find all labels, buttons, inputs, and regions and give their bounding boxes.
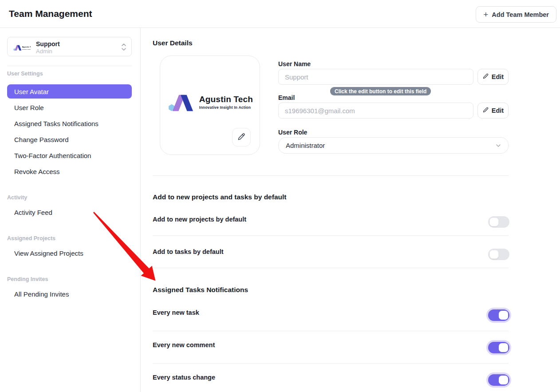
toggle-knob: [499, 343, 508, 352]
svg-text:Agustin Tech: Agustin Tech: [22, 46, 31, 48]
sidebar-item-label: User Avatar: [14, 88, 49, 95]
pencil-icon: [482, 107, 489, 115]
sidebar-item-two-factor-authentication[interactable]: Two-Factor Authentication: [7, 148, 132, 162]
row-divider: [153, 363, 509, 364]
email-input[interactable]: [278, 103, 473, 119]
page-title: Team Management: [9, 8, 92, 19]
sidebar-item-label: Revoke Access: [14, 168, 60, 175]
section-label-user-settings: User Settings: [7, 71, 43, 77]
toggle-knob: [489, 250, 499, 259]
toggle-knob: [499, 376, 508, 384]
sidebar-item-label: Two-Factor Authentication: [14, 152, 91, 159]
company-logo-tagline: Innovative Insight In Action: [199, 105, 253, 110]
sidebar-item-label: View Assigned Projects: [14, 249, 83, 257]
edit-button-label: Edit: [492, 73, 504, 80]
user-name-label: User Name: [278, 60, 311, 67]
toggle-knob: [499, 311, 508, 320]
chevron-updown-icon: [121, 43, 127, 53]
sidebar-item-revoke-access[interactable]: Revoke Access: [7, 164, 132, 178]
section-divider: [153, 175, 509, 176]
add-team-member-button[interactable]: + Add Team Member: [476, 6, 556, 23]
toggle-row-label: Every new comment: [153, 341, 215, 348]
section-divider: [153, 268, 509, 268]
switcher-user-name: Support: [36, 40, 60, 48]
sidebar-item-user-role[interactable]: User Role: [7, 100, 132, 115]
page-header: Team Management + Add Team Member: [0, 0, 560, 28]
main-content: User Details Agustin Tech Innovative Ins…: [141, 28, 560, 392]
sidebar-item-assigned-tasks-notifications[interactable]: Assigned Tasks Notifications: [7, 116, 132, 131]
section-label-pending-invites: Pending Invites: [7, 276, 48, 282]
switcher-user-role: Admin: [36, 48, 52, 55]
section-label-activity: Activity: [7, 194, 27, 201]
user-switcher[interactable]: Agustin Tech Innovative Insight In Actio…: [7, 37, 132, 56]
toggle-row-label: Every new task: [153, 309, 199, 316]
sidebar-item-label: All Pending Invites: [14, 290, 69, 298]
sidebar-item-label: Activity Feed: [14, 209, 52, 216]
plus-icon: +: [483, 10, 488, 19]
section-label-assigned-projects: Assigned Projects: [7, 235, 55, 242]
avatar-edit-button[interactable]: [232, 128, 251, 147]
toggle-row-label: Add to tasks by default: [153, 248, 224, 255]
every-new-task-toggle[interactable]: [488, 309, 509, 321]
add-team-member-label: Add Team Member: [492, 11, 549, 18]
edit-button-label: Edit: [492, 107, 504, 114]
user-name-edit-button[interactable]: Edit: [477, 69, 509, 85]
company-logo-name: Agustin Tech: [199, 95, 253, 104]
pencil-icon: [237, 132, 246, 143]
edit-field-tooltip: Click the edit button to edit this field: [330, 87, 431, 95]
sidebar-item-view-assigned-projects[interactable]: View Assigned Projects: [7, 246, 132, 260]
user-role-label: User Role: [278, 129, 307, 136]
sidebar-item-user-avatar[interactable]: User Avatar: [7, 84, 132, 99]
sidebar-item-label: User Role: [14, 104, 44, 111]
user-details-heading: User Details: [153, 39, 193, 47]
notifications-section-heading: Assigned Tasks Notifications: [153, 286, 248, 294]
team-management-page: Team Management + Add Team Member Agusti…: [0, 0, 560, 392]
user-role-select[interactable]: Administrator: [278, 137, 509, 154]
sidebar-item-label: Change Password: [14, 136, 69, 143]
company-logo-mark-icon: [168, 91, 195, 114]
user-name-input[interactable]: [278, 69, 473, 85]
pencil-icon: [482, 73, 489, 81]
sidebar-item-change-password[interactable]: Change Password: [7, 132, 132, 147]
defaults-section-heading: Add to new projects and tasks by default: [153, 193, 286, 201]
add-to-new-projects-toggle[interactable]: [488, 216, 509, 228]
sidebar-item-label: Assigned Tasks Notifications: [14, 120, 99, 127]
toggle-row-label: Every status change: [153, 374, 215, 381]
row-divider: [153, 331, 509, 331]
toggle-knob: [489, 218, 499, 226]
email-edit-button[interactable]: Edit: [477, 103, 509, 119]
every-new-comment-toggle[interactable]: [488, 342, 509, 353]
svg-text:Innovative Insight In Action: Innovative Insight In Action: [22, 49, 31, 50]
company-logo-icon: Agustin Tech Innovative Insight In Actio…: [13, 43, 31, 53]
every-status-change-toggle[interactable]: [488, 374, 509, 386]
sidebar-divider: [7, 66, 132, 66]
chevron-down-icon: [495, 142, 502, 150]
settings-sidebar: Agustin Tech Innovative Insight In Actio…: [0, 28, 141, 392]
user-role-value: Administrator: [286, 142, 325, 149]
sidebar-item-all-pending-invites[interactable]: All Pending Invites: [7, 287, 132, 301]
email-label: Email: [278, 94, 295, 101]
sidebar-item-activity-feed[interactable]: Activity Feed: [7, 205, 132, 219]
add-to-tasks-toggle[interactable]: [488, 249, 509, 260]
company-logo: Agustin Tech Innovative Insight In Actio…: [160, 91, 260, 114]
avatar-card: Agustin Tech Innovative Insight In Actio…: [160, 55, 260, 155]
toggle-row-label: Add to new projects by default: [153, 216, 246, 223]
row-divider: [153, 235, 509, 236]
